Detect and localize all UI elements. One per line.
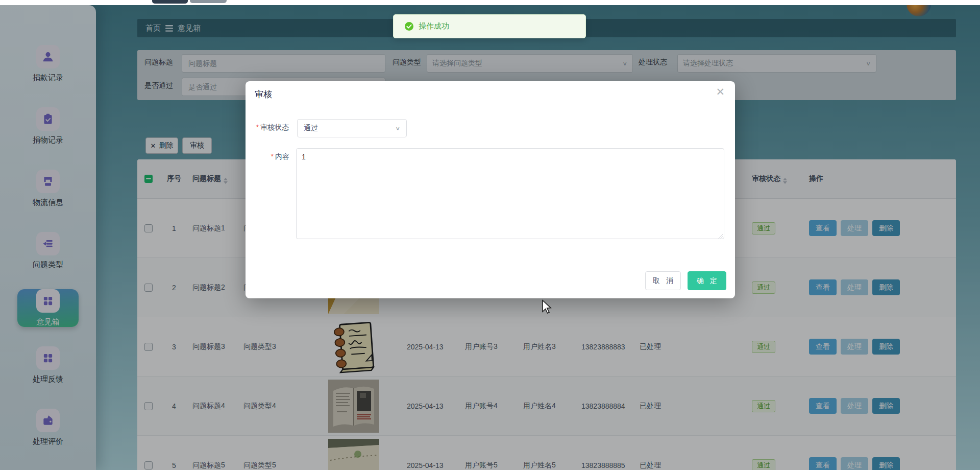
browser-tab-fragment [190,0,227,3]
audit-status-select[interactable]: 通过 ∨ [297,119,407,137]
audit-status-label: *审核状态 [246,123,289,132]
chevron-down-icon: ∨ [395,125,400,131]
browser-tab-fragment [152,0,188,4]
content-label: *内容 [246,152,289,161]
success-check-icon [405,22,413,31]
confirm-button[interactable]: 确 定 [688,271,726,290]
toast-message: 操作成功 [419,21,449,31]
modal-title: 审核 [255,88,272,100]
success-toast: 操作成功 [393,14,586,38]
mouse-cursor [541,299,554,315]
audit-modal: 审核 ✕ *审核状态 通过 ∨ *内容 1 取 消 确 定 [246,81,735,298]
modal-close-icon[interactable]: ✕ [716,86,725,97]
textarea-resize-handle[interactable] [718,234,723,239]
app-window: 捐款记录捐物记录物流信息问题类型意见箱处理反馈处理评价 首页 意见箱 问题标题 … [0,0,980,470]
content-textarea[interactable]: 1 [296,148,724,239]
browser-chrome-strip [0,0,980,5]
cancel-button[interactable]: 取 消 [645,271,681,290]
